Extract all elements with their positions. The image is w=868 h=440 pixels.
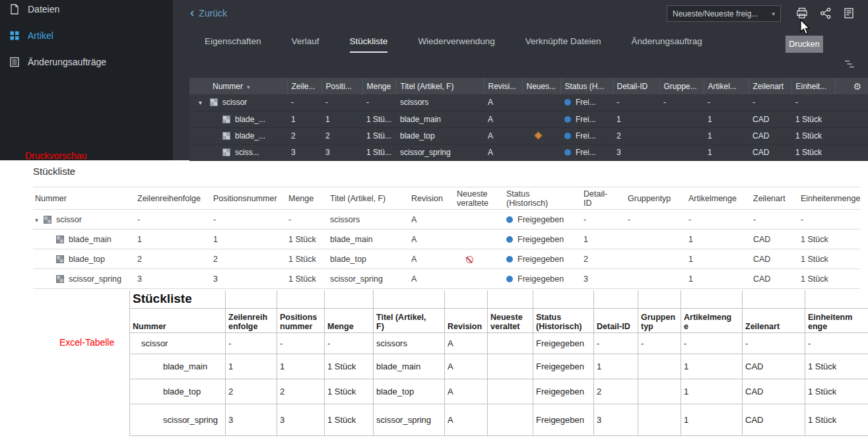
screen: Dateien Artikel Änderungsaufträge ‹ Zurü… (0, 0, 868, 440)
cell-status: Freigegeben (504, 269, 582, 289)
cell: 3 (594, 404, 638, 435)
bom-row-blade-top[interactable]: blade_... 2 2 1 Stü... blade_top A Frei.… (189, 127, 868, 144)
sidebar-nav: Dateien Artikel Änderungsaufträge (0, 0, 173, 75)
col-header[interactable]: Menge (362, 78, 396, 94)
cell: A (409, 210, 455, 230)
share-button[interactable] (818, 6, 834, 20)
preview-row-scissor-spring: scissor_spring 3 3 1 Stück scissor_sprin… (33, 269, 860, 289)
col-header-nummer[interactable]: Nummer▾ (189, 78, 287, 94)
cell: CAD (743, 404, 805, 435)
tab-bar: Eigenschaften Verlauf Stückliste Wiederv… (205, 36, 702, 53)
cell-nummer: blade_top (130, 379, 226, 404)
report-button[interactable] (841, 6, 857, 20)
cell: 3 (321, 144, 362, 160)
back-chevron-icon: ‹ (190, 8, 194, 17)
col-header[interactable]: Detail-ID (613, 78, 659, 94)
tab-aenderungsauftrag[interactable]: Änderungsauftrag (632, 36, 702, 53)
col-header[interactable]: Zeilenart (749, 78, 791, 94)
tab-verknuepfte-dateien[interactable]: Verknüpfte Dateien (525, 36, 601, 53)
cell: 2 (321, 127, 362, 144)
tab-stueckliste[interactable]: Stückliste (350, 36, 388, 53)
bom-row-blade-main[interactable]: blade_... 1 1 1 Stü... blade_main A Frei… (189, 111, 868, 127)
col-header: Detail-ID (594, 308, 638, 332)
col-header[interactable]: Einheit... (791, 78, 835, 94)
back-button[interactable]: ‹ Zurück (190, 8, 227, 18)
cell: scissor_spring (374, 404, 445, 435)
col-header: Positions nummer (277, 308, 325, 332)
cell: - (135, 210, 211, 230)
col-header[interactable]: Artikel... (704, 78, 749, 94)
cell (659, 127, 704, 144)
col-header: Nummer (130, 308, 226, 332)
col-header: Revision (409, 187, 455, 210)
cell: - (287, 94, 321, 111)
print-button[interactable] (794, 6, 810, 20)
cell-nummer: blade_main (33, 230, 135, 249)
cell: - (686, 210, 751, 230)
sidebar-item-label: Änderungsaufträge (28, 57, 106, 67)
col-header[interactable]: Positi... (321, 78, 362, 94)
col-header: Einheitenm enge (805, 308, 868, 332)
cell (522, 144, 560, 160)
cell: 1 (704, 144, 749, 160)
cell: 2 (613, 127, 659, 144)
tab-eigenschaften[interactable]: Eigenschaften (205, 36, 261, 53)
cell: A (445, 332, 488, 354)
cell: 3 (277, 404, 325, 435)
cell: 1 (681, 379, 743, 404)
cell-nummer: scissor (130, 332, 226, 354)
cell-nummer: scissor_spring (130, 404, 226, 435)
cell: 1 Stück (286, 230, 328, 249)
cell: - (277, 332, 325, 354)
excel-title: Stückliste (133, 292, 192, 305)
cell-status: Freigegeben (504, 210, 582, 230)
col-header[interactable]: Neues... (522, 78, 560, 94)
sort-caret-icon: ▾ (247, 84, 250, 90)
cell (638, 379, 681, 404)
released-status-icon (564, 99, 571, 106)
cell: - (659, 94, 704, 111)
cell: 2 (135, 249, 211, 269)
cell: blade_main (374, 354, 445, 379)
bom-row-scissor-spring[interactable]: sciss... 3 3 1 Stü... scissor_spring A F… (189, 144, 868, 160)
released-status-icon (506, 256, 513, 263)
obsolete-icon (466, 256, 473, 263)
sidebar-item-aenderungsauftraege[interactable]: Änderungsaufträge (0, 49, 173, 75)
cell: CAD (751, 230, 799, 249)
excel-header-row: Nummer Zeilenreih enfolge Positions numm… (130, 308, 868, 332)
tab-wiederverwendung[interactable]: Wiederverwendung (418, 36, 494, 53)
item-icon (44, 216, 51, 224)
sidebar-item-artikel[interactable]: Artikel (0, 22, 173, 49)
bom-row-scissor[interactable]: ▾scissor - - - scissors A Frei... - - - … (189, 94, 868, 111)
col-header[interactable]: Revisi... (484, 78, 522, 94)
item-icon (222, 132, 230, 140)
tab-verlauf[interactable]: Verlauf (292, 36, 319, 53)
expand-caret-icon[interactable]: ▾ (199, 99, 210, 106)
cell (455, 230, 504, 249)
hierarchy-toggle-button[interactable] (844, 59, 856, 71)
cell: A (409, 249, 455, 269)
gear-icon[interactable]: ⚙ (853, 81, 861, 92)
cell: - (791, 94, 835, 111)
cell: 1 (681, 354, 743, 379)
cell (659, 144, 704, 160)
cell: 1 (686, 230, 751, 249)
cell: - (743, 332, 805, 354)
col-header[interactable]: Zeile... (287, 78, 321, 94)
cell: 1 (582, 230, 626, 249)
excel-table: Stückliste Nummer Zeilenreih enfolge Pos… (129, 290, 868, 436)
chevron-down-icon: ▾ (772, 11, 775, 17)
col-header: Status (Historisch) (533, 308, 594, 332)
sidebar-item-dateien[interactable]: Dateien (0, 0, 173, 22)
col-header[interactable]: Titel (Artikel, F) (396, 78, 484, 94)
col-header[interactable]: Gruppe... (659, 78, 704, 94)
cell: - (799, 210, 860, 230)
cell: - (321, 94, 362, 111)
app-dark-region: Dateien Artikel Änderungsaufträge ‹ Zurü… (0, 0, 868, 160)
item-icon (222, 115, 230, 123)
cell: 3 (135, 269, 211, 289)
cell: 1 Stück (791, 144, 835, 160)
revision-rule-dropdown[interactable]: Neueste/Neueste freig... ▾ (667, 5, 781, 22)
bom-tree-table: Nummer▾ Zeile... Positi... Menge Titel (… (189, 78, 868, 161)
col-header[interactable]: Status (H... (560, 78, 613, 94)
